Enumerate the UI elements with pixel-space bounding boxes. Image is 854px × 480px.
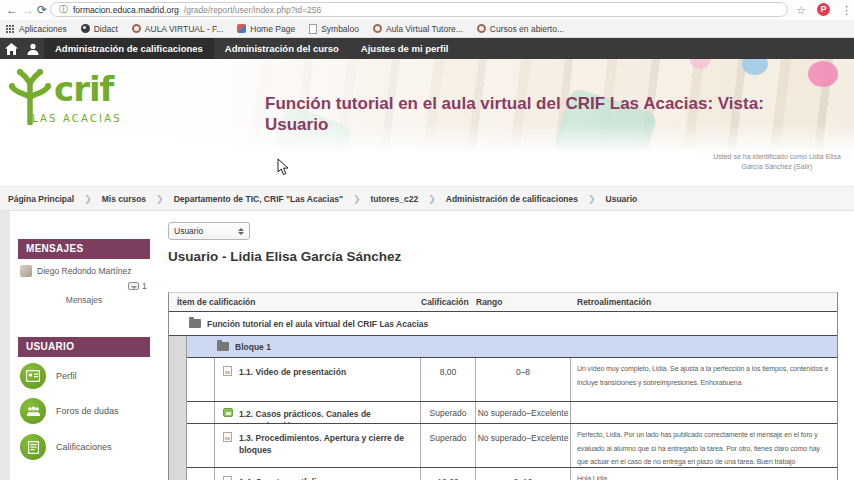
item-link[interactable]: 1.3. Procedimientos. Apertura y cierre d…	[239, 433, 404, 455]
moodle-site-icon	[373, 24, 382, 33]
login-text: Usted se ha identificado como Lidia Elis…	[713, 153, 841, 170]
grade-table-header-row: Ítem de calificación Calificación Rango …	[169, 293, 837, 312]
indent-level-2	[187, 402, 215, 423]
sidebar: MENSAJES Diego Redondo Martínez 1 Mensaj…	[10, 211, 168, 480]
content-area: MENSAJES Diego Redondo Martínez 1 Mensaj…	[0, 211, 854, 480]
item-cell: 1.1. Video de presentación	[215, 358, 421, 401]
url-path: /grade/report/user/index.php?id=256	[184, 5, 321, 15]
item-cell: 1.4. Crea tu portfolio	[215, 468, 421, 480]
breadcrumb-pagina-principal[interactable]: Página Principal	[8, 194, 74, 204]
bookmark-aula-virtual-tutores[interactable]: Aula Virtual Tutore...	[373, 24, 463, 34]
sidebar-item-calificaciones[interactable]: Calificaciones	[20, 434, 112, 460]
mensajes-link[interactable]: Mensajes	[18, 295, 150, 305]
breadcrumb-tutores-c22[interactable]: tutores_c22	[370, 194, 418, 204]
nav-item-administracion-curso[interactable]: Administración del curso	[214, 38, 350, 59]
bookmark-label: Aula Virtual Tutore...	[386, 24, 463, 34]
folder-icon	[189, 319, 201, 328]
page-title: Función tutorial en el aula virtual del …	[265, 93, 830, 135]
bookmark-label: Cursos en abierto...	[490, 24, 564, 34]
sidebar-item-label: Calificaciones	[56, 442, 112, 452]
unread-messages[interactable]: 1	[128, 281, 147, 291]
page-info-icon[interactable]: ⓘ	[59, 3, 68, 16]
user-report-heading: Usuario - Lidia Elisa García Sánchez	[168, 249, 401, 264]
crif-logo[interactable]: crif LAS ACACIAS	[8, 67, 178, 139]
contact-name[interactable]: Diego Redondo Martínez	[37, 266, 132, 276]
grade-cell: 10,00	[421, 468, 476, 480]
back-icon[interactable]: ←	[6, 1, 18, 19]
grade-table: Ítem de calificación Calificación Rango …	[168, 292, 838, 480]
report-view-select[interactable]: Usuario	[168, 222, 250, 240]
bookmarks-bar: Aplicaciones Didact AULA VIRTUAL - F... …	[0, 20, 854, 38]
col-header-grade: Calificación	[421, 297, 476, 307]
item-cell: 1.2. Casos prácticos. Canales de comunic…	[215, 402, 421, 423]
item-link[interactable]: 1.1. Video de presentación	[239, 367, 346, 377]
avatar	[20, 265, 32, 277]
didact-icon	[81, 24, 90, 33]
page-icon	[309, 24, 317, 34]
login-status: Usted se ha identificado como Lidia Elis…	[708, 152, 846, 172]
bookmark-label: Didact	[94, 24, 118, 34]
chevron-right-icon: ❯	[156, 194, 164, 204]
breadcrumb-usuario: Usuario	[606, 194, 638, 204]
grade-row: 1.1. Video de presentación 8,00 0–8 Un v…	[187, 358, 837, 402]
indent-level-1	[169, 336, 187, 480]
indent-level-2	[187, 358, 215, 401]
grade-cell: 8,00	[421, 358, 476, 401]
mensajes-block-header: MENSAJES	[18, 239, 150, 259]
chevron-right-icon: ❯	[428, 194, 436, 204]
profile-button[interactable]	[22, 38, 44, 59]
nav-item-ajustes-perfil[interactable]: Ajustes de mi perfil	[350, 38, 460, 59]
bookmark-cursos-en-abierto[interactable]: Cursos en abierto...	[477, 24, 564, 34]
breadcrumb-departamento-tic[interactable]: Departamento de TIC, CRIF "Las Acacias"	[174, 194, 343, 204]
range-cell: No superado–Excelente	[476, 424, 571, 467]
logout-link[interactable]: (Salir)	[794, 163, 813, 170]
home-button[interactable]	[0, 38, 22, 59]
chevron-right-icon: ❯	[588, 194, 596, 204]
breadcrumb-administracion-calificaciones[interactable]: Administración de calificaciones	[446, 194, 578, 204]
choice-icon	[223, 408, 233, 417]
sidebar-item-foros-de-dudas[interactable]: Foros de dudas	[20, 398, 119, 424]
logo-subtitle: LAS ACACIAS	[32, 113, 122, 124]
reload-icon[interactable]: ⟳	[37, 1, 47, 19]
usuario-block-header: USUARIO	[18, 337, 150, 357]
grade-row: 1.3. Procedimientos. Apertura y cierre d…	[187, 424, 837, 468]
sidebar-item-label: Foros de dudas	[56, 406, 119, 416]
message-bubble-icon	[128, 282, 139, 290]
col-header-feedback: Retroalimentación	[571, 297, 837, 307]
grade-cell: Superado	[421, 402, 476, 423]
feedback-cell	[571, 402, 837, 423]
bookmark-label: AULA VIRTUAL - F...	[145, 24, 223, 34]
mouse-cursor	[277, 158, 289, 176]
block-row: Bloque 1	[187, 336, 837, 358]
home-page-icon	[237, 24, 246, 33]
forward-icon[interactable]: →	[22, 1, 34, 19]
nav-item-administracion-calificaciones[interactable]: Administración de calificaciones	[44, 38, 214, 59]
bookmark-aplicaciones[interactable]: Aplicaciones	[6, 24, 67, 34]
person-icon	[27, 43, 39, 55]
select-value: Usuario	[174, 226, 203, 236]
breadcrumb-mis-cursos[interactable]: Mis cursos	[102, 194, 146, 204]
site-header: crif LAS ACACIAS Función tutorial en el …	[0, 59, 854, 150]
bookmark-symbaloo[interactable]: Symbaloo	[309, 24, 359, 34]
course-row: Función tutorial en el aula virtual del …	[169, 312, 837, 336]
browser-toolbar: ← → ⟳ ⓘ formacion.educa.madrid.org/grade…	[0, 0, 854, 20]
bookmark-star-icon[interactable]: ☆	[796, 1, 806, 19]
browser-menu-icon[interactable]: ⋮	[841, 1, 852, 19]
course-name: Función tutorial en el aula virtual del …	[207, 319, 428, 329]
gradebook-icon	[20, 434, 46, 460]
feedback-cell: Un vídeo muy completo, Lidia. Se ajusta …	[571, 358, 837, 401]
indent-level-2	[187, 424, 215, 467]
item-link[interactable]: 1.2. Casos prácticos. Canales de comunic…	[239, 409, 371, 424]
pinterest-extension-icon[interactable]: P	[817, 3, 830, 16]
bookmark-didact[interactable]: Didact	[81, 24, 118, 34]
address-bar[interactable]: ⓘ formacion.educa.madrid.org/grade/repor…	[50, 2, 788, 17]
col-header-item: Ítem de calificación	[169, 297, 421, 307]
bookmark-aula-virtual[interactable]: AULA VIRTUAL - F...	[132, 24, 223, 34]
sidebar-item-label: Perfil	[56, 371, 77, 381]
bookmark-home-page[interactable]: Home Page	[237, 24, 295, 34]
message-contact[interactable]: Diego Redondo Martínez	[20, 265, 132, 277]
unread-count: 1	[142, 281, 147, 291]
assignment-icon	[223, 476, 232, 480]
people-group-icon	[20, 398, 46, 424]
sidebar-item-perfil[interactable]: Perfil	[20, 363, 77, 389]
